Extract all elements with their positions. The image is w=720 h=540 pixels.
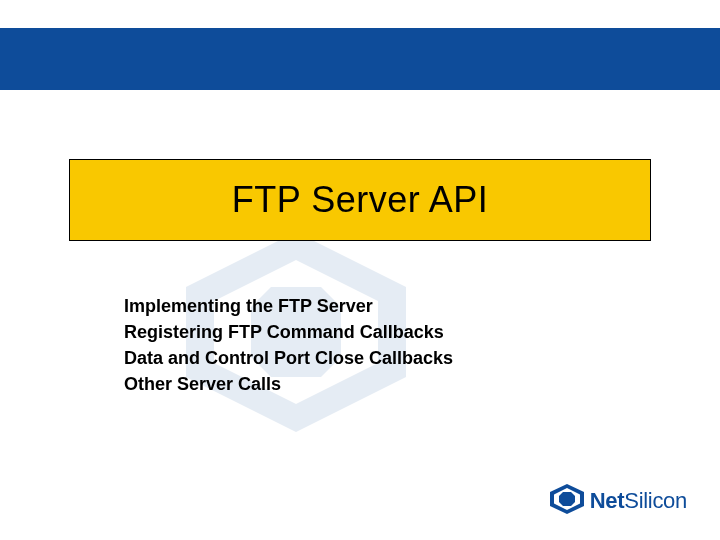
brand-mark-icon bbox=[550, 484, 584, 518]
header-bar bbox=[0, 28, 720, 90]
footer-logo: NetSilicon bbox=[550, 484, 687, 518]
bullet-item: Registering FTP Command Callbacks bbox=[124, 319, 453, 345]
brand-name-thin: Silicon bbox=[624, 488, 687, 513]
title-box: FTP Server API bbox=[69, 159, 651, 241]
brand-name: NetSilicon bbox=[590, 488, 687, 514]
brand-name-bold: Net bbox=[590, 488, 625, 513]
bullet-item: Implementing the FTP Server bbox=[124, 293, 453, 319]
bullet-item: Data and Control Port Close Callbacks bbox=[124, 345, 453, 371]
bullet-list: Implementing the FTP Server Registering … bbox=[124, 293, 453, 397]
slide-title: FTP Server API bbox=[232, 179, 488, 221]
bullet-item: Other Server Calls bbox=[124, 371, 453, 397]
